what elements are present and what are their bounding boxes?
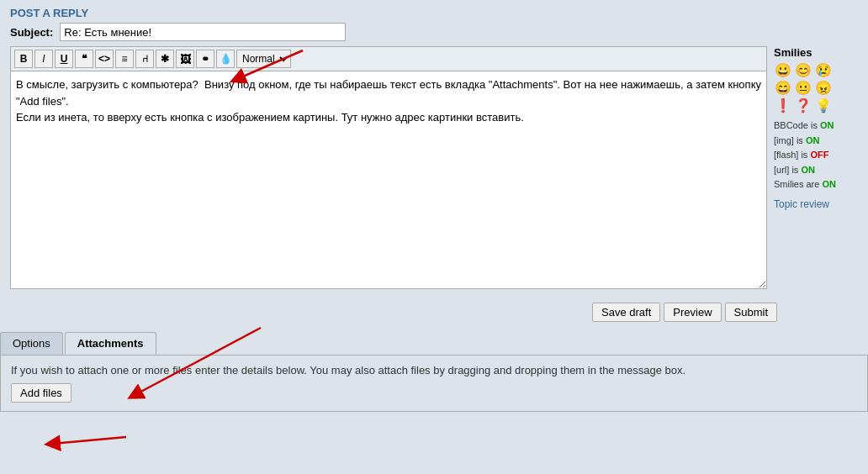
subject-label: Subject:: [10, 26, 53, 39]
smiley-8[interactable]: ❓: [794, 97, 812, 113]
smilies-grid: 😀 😊 😢 😄 😐 😠 ❗ ❓ 💡: [774, 62, 858, 113]
smiley-4[interactable]: 😄: [774, 80, 792, 96]
bbcode-info: BBCode is ON [img] is ON [flash] is OFF …: [774, 118, 858, 192]
action-buttons-row: Save draft Preview Submit: [0, 303, 868, 322]
preview-button[interactable]: Preview: [664, 303, 721, 322]
code-button[interactable]: <>: [95, 50, 114, 68]
editor-toolbar: B I U ❝ <> ≡ ⑁ ✱ 🖼 ⚭ 💧 Normal Tiny Small: [10, 46, 767, 71]
list-ordered-button[interactable]: ⑁: [135, 50, 154, 68]
smiley-7[interactable]: ❗: [774, 97, 792, 113]
underline-button[interactable]: U: [55, 50, 73, 68]
smilies-panel: Smilies 😀 😊 😢 😄 😐 😠 ❗ ❓ 💡 BBCode is ON […: [774, 46, 858, 289]
add-files-button[interactable]: Add files: [11, 383, 71, 403]
subject-input[interactable]: [60, 23, 346, 41]
image-button[interactable]: 🖼: [176, 50, 194, 68]
tab-attachments[interactable]: Attachments: [65, 332, 156, 355]
attachments-description: If you wish to attach one or more files …: [11, 364, 857, 377]
svg-line-2: [52, 437, 126, 444]
bold-button[interactable]: B: [14, 50, 33, 68]
tabs-bar: Options Attachments: [0, 332, 868, 355]
tabs-section: Options Attachments If you wish to attac…: [0, 332, 868, 412]
smiley-6[interactable]: 😠: [814, 80, 833, 96]
submit-button[interactable]: Submit: [725, 303, 777, 322]
smilies-title: Smilies: [774, 46, 858, 59]
font-size-select[interactable]: Normal Tiny Small Large Huge: [236, 50, 291, 68]
smiley-5[interactable]: 😐: [794, 80, 812, 96]
tab-content-attachments: If you wish to attach one or more files …: [0, 355, 868, 412]
link-button[interactable]: ⚭: [196, 50, 214, 68]
tab-options[interactable]: Options: [0, 332, 63, 355]
quote-button[interactable]: ❝: [75, 50, 93, 68]
list-unordered-button[interactable]: ≡: [115, 50, 134, 68]
star-button[interactable]: ✱: [156, 50, 174, 68]
italic-button[interactable]: I: [34, 50, 53, 68]
post-reply-link[interactable]: POST A REPLY: [10, 7, 88, 19]
message-textarea[interactable]: В смысле, загрузить с компьютера? Внизу …: [10, 71, 767, 289]
smiley-1[interactable]: 😀: [774, 62, 792, 78]
smiley-3[interactable]: 😢: [814, 62, 833, 78]
smiley-2[interactable]: 😊: [794, 62, 812, 78]
topic-review-link[interactable]: Topic review: [774, 198, 829, 210]
smiley-9[interactable]: 💡: [814, 97, 833, 113]
color-button[interactable]: 💧: [216, 50, 235, 68]
save-draft-button[interactable]: Save draft: [592, 303, 660, 322]
